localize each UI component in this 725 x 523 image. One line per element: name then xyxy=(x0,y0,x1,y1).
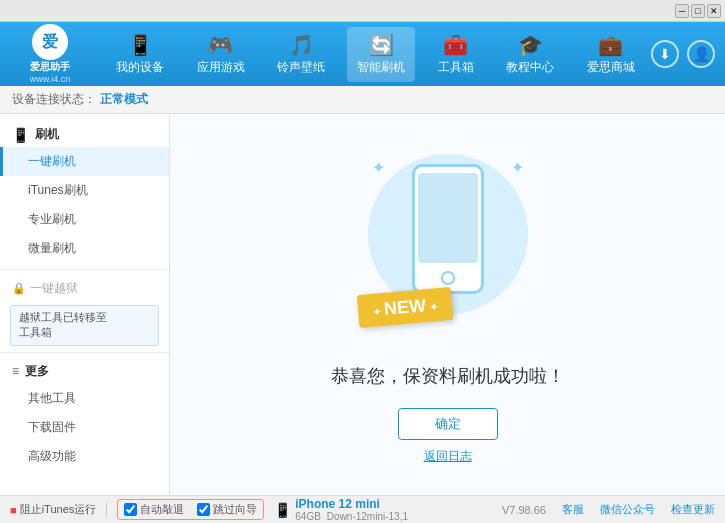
sidebar-item-other-tools[interactable]: 其他工具 xyxy=(0,384,169,413)
sidebar-item-micro-flash[interactable]: 微量刷机 xyxy=(0,234,169,263)
logo-icon: 爱 xyxy=(32,24,68,60)
my-device-label: 我的设备 xyxy=(116,59,164,76)
stop-icon: ■ xyxy=(10,504,17,516)
phone-screen xyxy=(418,173,478,263)
phone-home-button xyxy=(441,271,455,285)
sidebar-item-one-click-flash[interactable]: 一键刷机 xyxy=(0,147,169,176)
checkbox-divider xyxy=(190,503,191,517)
device-info-area: 📱 iPhone 12 mini 64GB Down-12mini-13,1 xyxy=(274,497,502,522)
status-value: 正常模式 xyxy=(100,91,148,108)
nav-toolbox[interactable]: 🧰 工具箱 xyxy=(428,27,484,82)
flash-section-label: 刷机 xyxy=(35,126,59,143)
pro-flash-label: 专业刷机 xyxy=(28,212,76,226)
sparkle-top-left: ✦ xyxy=(372,158,385,177)
nav-istore[interactable]: 💼 爱思商城 xyxy=(577,27,645,82)
content-area: ✦ ✦ NEW 恭喜您，保资料刷机成功啦！ 确定 返回日志 xyxy=(170,114,725,495)
sidebar-notice: 越狱工具已转移至 工具箱 xyxy=(10,305,159,346)
sidebar-item-download-firmware[interactable]: 下载固件 xyxy=(0,413,169,442)
nav-items: 📱 我的设备 🎮 应用游戏 🎵 铃声壁纸 🔄 智能刷机 🧰 工具箱 🎓 教程中心… xyxy=(100,27,651,82)
smart-flash-icon: 🔄 xyxy=(369,33,394,57)
sidebar-divider-2 xyxy=(0,352,169,353)
success-message: 恭喜您，保资料刷机成功啦！ xyxy=(331,364,565,388)
auto-dismiss-label: 自动敲退 xyxy=(140,502,184,517)
minimize-button[interactable]: ─ xyxy=(675,4,689,18)
auto-dismiss-input[interactable] xyxy=(124,503,137,516)
success-illustration: ✦ ✦ NEW xyxy=(358,144,538,344)
device-model: Down-12mini-13,1 xyxy=(327,511,408,522)
skip-wizard-checkbox[interactable]: 跳过向导 xyxy=(197,502,257,517)
logo-url: www.i4.cn xyxy=(30,74,71,84)
skip-wizard-label: 跳过向导 xyxy=(213,502,257,517)
device-name: iPhone 12 mini xyxy=(295,497,402,511)
nav-smart-flash[interactable]: 🔄 智能刷机 xyxy=(347,27,415,82)
sidebar-item-itunes-flash[interactable]: iTunes刷机 xyxy=(0,176,169,205)
nav-right-buttons: ⬇ 👤 xyxy=(651,40,715,68)
sidebar: 📱 刷机 一键刷机 iTunes刷机 专业刷机 微量刷机 🔒 一键越狱 越狱工具… xyxy=(0,114,170,495)
nav-bar: 爱 爱思助手 www.i4.cn 📱 我的设备 🎮 应用游戏 🎵 铃声壁纸 🔄 … xyxy=(0,22,725,86)
tutorial-icon: 🎓 xyxy=(518,33,543,57)
smart-flash-label: 智能刷机 xyxy=(357,59,405,76)
itunes-flash-label: iTunes刷机 xyxy=(28,183,88,197)
apps-games-label: 应用游戏 xyxy=(197,59,245,76)
divider-1 xyxy=(106,502,107,518)
wechat-official-link[interactable]: 微信公众号 xyxy=(600,502,655,517)
device-phone-icon: 📱 xyxy=(274,502,291,518)
bottom-right: V7.98.66 客服 微信公众号 检查更新 xyxy=(502,502,715,517)
flash-section-icon: 📱 xyxy=(12,127,29,143)
checkbox-area: 自动敲退 跳过向导 xyxy=(117,499,264,520)
check-update-link[interactable]: 检查更新 xyxy=(671,502,715,517)
locked-jailbreak-label: 一键越狱 xyxy=(30,280,78,297)
close-button[interactable]: ✕ xyxy=(707,4,721,18)
app-logo: 爱 爱思助手 www.i4.cn xyxy=(10,24,90,84)
user-button[interactable]: 👤 xyxy=(687,40,715,68)
sidebar-locked-jailbreak: 🔒 一键越狱 xyxy=(0,276,169,301)
apps-games-icon: 🎮 xyxy=(208,33,233,57)
version-label: V7.98.66 xyxy=(502,504,546,516)
auto-dismiss-checkbox[interactable]: 自动敲退 xyxy=(124,502,184,517)
window-controls: ─ □ ✕ xyxy=(675,4,721,18)
advanced-label: 高级功能 xyxy=(28,449,76,463)
sidebar-item-pro-flash[interactable]: 专业刷机 xyxy=(0,205,169,234)
ringtones-icon: 🎵 xyxy=(289,33,314,57)
itunes-stop[interactable]: ■ 阻止iTunes运行 xyxy=(10,502,96,517)
customer-service-link[interactable]: 客服 xyxy=(562,502,584,517)
maximize-button[interactable]: □ xyxy=(691,4,705,18)
phone-device xyxy=(412,164,484,294)
micro-flash-label: 微量刷机 xyxy=(28,241,76,255)
title-bar: ─ □ ✕ xyxy=(0,0,725,22)
sidebar-section-flash: 📱 刷机 xyxy=(0,122,169,147)
more-section-label: 更多 xyxy=(25,363,49,380)
sidebar-divider-1 xyxy=(0,269,169,270)
toolbox-icon: 🧰 xyxy=(443,33,468,57)
status-bar: 设备连接状态： 正常模式 xyxy=(0,86,725,114)
more-icon: ≡ xyxy=(12,364,19,378)
other-tools-label: 其他工具 xyxy=(28,391,76,405)
itunes-stop-label: 阻止iTunes运行 xyxy=(20,502,97,517)
main-layout: 📱 刷机 一键刷机 iTunes刷机 专业刷机 微量刷机 🔒 一键越狱 越狱工具… xyxy=(0,114,725,495)
nav-my-device[interactable]: 📱 我的设备 xyxy=(106,27,174,82)
toolbox-label: 工具箱 xyxy=(438,59,474,76)
ringtones-label: 铃声壁纸 xyxy=(277,59,325,76)
nav-tutorial[interactable]: 🎓 教程中心 xyxy=(496,27,564,82)
status-label: 设备连接状态： xyxy=(12,91,96,108)
nav-ringtones[interactable]: 🎵 铃声壁纸 xyxy=(267,27,335,82)
my-device-icon: 📱 xyxy=(128,33,153,57)
new-badge: NEW xyxy=(356,287,453,328)
skip-wizard-input[interactable] xyxy=(197,503,210,516)
device-storage: 64GB xyxy=(295,511,321,522)
download-button[interactable]: ⬇ xyxy=(651,40,679,68)
bottom-bar: ■ 阻止iTunes运行 自动敲退 跳过向导 📱 iPhone 12 mini … xyxy=(0,495,725,523)
nav-apps-games[interactable]: 🎮 应用游戏 xyxy=(187,27,255,82)
one-click-flash-label: 一键刷机 xyxy=(28,154,76,168)
sidebar-item-advanced[interactable]: 高级功能 xyxy=(0,442,169,471)
confirm-button[interactable]: 确定 xyxy=(398,408,498,440)
istore-label: 爱思商城 xyxy=(587,59,635,76)
tutorial-label: 教程中心 xyxy=(506,59,554,76)
logo-symbol: 爱 xyxy=(42,32,58,53)
lock-icon: 🔒 xyxy=(12,282,26,295)
back-link[interactable]: 返回日志 xyxy=(424,448,472,465)
logo-title: 爱思助手 xyxy=(30,60,70,74)
sparkle-top-right: ✦ xyxy=(511,158,524,177)
istore-icon: 💼 xyxy=(598,33,623,57)
download-firmware-label: 下载固件 xyxy=(28,420,76,434)
